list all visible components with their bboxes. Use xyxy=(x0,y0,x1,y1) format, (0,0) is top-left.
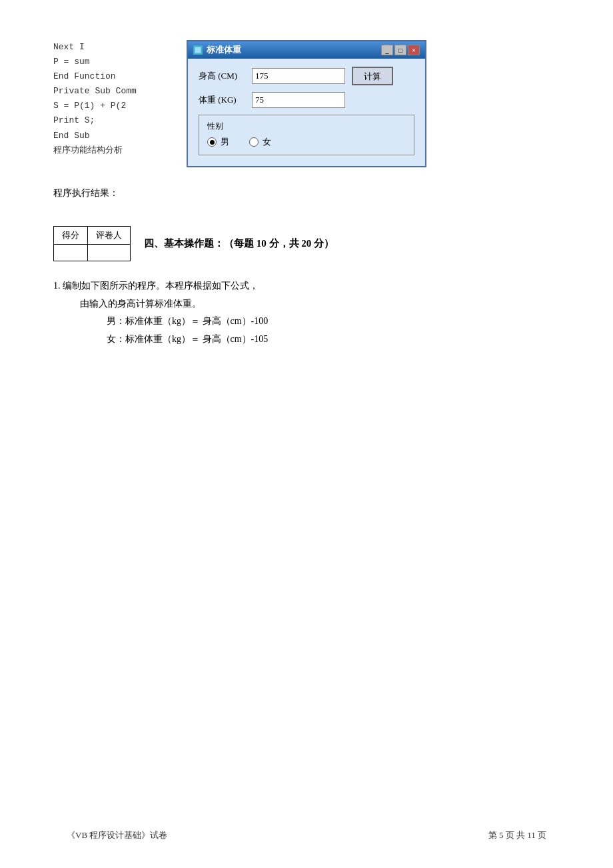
vb-body: 身高 (CM) 计算 体重 (KG) 性别 男 xyxy=(188,59,425,166)
score-table: 得分 评卷人 xyxy=(53,226,131,261)
gender-female-option[interactable]: 女 xyxy=(249,136,271,148)
section-header-row: 得分 评卷人 四、基本操作题：（每题 10 分，共 20 分） xyxy=(53,226,560,261)
male-label: 男 xyxy=(221,136,229,148)
weight-label: 体重 (KG) xyxy=(199,94,245,106)
reviewer-value xyxy=(88,245,131,261)
height-label: 身高 (CM) xyxy=(199,70,245,82)
code-block: Next I P = sum End Function Private Sub … xyxy=(53,40,187,158)
question-1-formula-female: 女：标准体重（kg）＝ 身高（cm）-105 xyxy=(53,331,560,349)
code-line-2: P = sum xyxy=(53,55,180,69)
maximize-button[interactable]: □ xyxy=(394,45,406,55)
close-button[interactable]: × xyxy=(408,45,420,55)
vb-controls: _ □ × xyxy=(381,45,420,55)
gender-legend: 性别 xyxy=(207,121,406,132)
vb-window: 标准体重 _ □ × 身高 (CM) 计算 体重 (KG) xyxy=(187,40,426,167)
question-1: 1. 编制如下图所示的程序。本程序根据如下公式， 由输入的身高计算标准体重。 男… xyxy=(53,277,560,348)
exec-result-label: 程序执行结果： xyxy=(53,188,119,198)
question-1-text: 编制如下图所示的程序。本程序根据如下公式， xyxy=(63,281,259,291)
score-header: 得分 xyxy=(54,227,88,245)
score-value xyxy=(54,245,88,261)
weight-row: 体重 (KG) xyxy=(199,92,414,108)
code-line-8: 程序功能结构分析 xyxy=(53,143,180,158)
page-footer: 《VB 程序设计基础》试卷 第 5 页 共 11 页 xyxy=(0,829,613,841)
footer-left: 《VB 程序设计基础》试卷 xyxy=(67,829,167,841)
weight-input[interactable] xyxy=(252,92,345,108)
gender-group: 性别 男 女 xyxy=(199,115,414,155)
question-1-formula-male: 男：标准体重（kg）＝ 身高（cm）-100 xyxy=(53,313,560,331)
height-row: 身高 (CM) 计算 xyxy=(199,67,414,85)
footer-right: 第 5 页 共 11 页 xyxy=(488,829,546,841)
exec-result: 程序执行结果： xyxy=(53,187,560,199)
vb-window-title: 标准体重 xyxy=(207,44,241,56)
code-line-7: End Sub xyxy=(53,129,180,143)
code-and-window: Next I P = sum End Function Private Sub … xyxy=(53,40,560,167)
vb-titlebar-left: 标准体重 xyxy=(193,44,241,56)
calc-button[interactable]: 计算 xyxy=(352,67,393,85)
male-radio[interactable] xyxy=(207,137,217,147)
minimize-button[interactable]: _ xyxy=(381,45,393,55)
code-line-1: Next I xyxy=(53,40,180,55)
gender-male-option[interactable]: 男 xyxy=(207,136,229,148)
gender-radio-row: 男 女 xyxy=(207,136,406,148)
female-radio[interactable] xyxy=(249,137,259,147)
question-1-num: 1. xyxy=(53,281,61,291)
code-line-3: End Function xyxy=(53,69,180,84)
question-1-indent1: 由输入的身高计算标准体重。 xyxy=(53,295,560,313)
svg-rect-1 xyxy=(195,47,201,53)
section-title: 四、基本操作题：（每题 10 分，共 20 分） xyxy=(144,237,334,250)
vb-title-icon xyxy=(193,45,203,55)
height-input[interactable] xyxy=(252,68,345,84)
reviewer-header: 评卷人 xyxy=(88,227,131,245)
female-label: 女 xyxy=(263,136,271,148)
page-content: Next I P = sum End Function Private Sub … xyxy=(0,0,613,401)
code-line-6: Print S; xyxy=(53,113,180,128)
code-line-5: S = P(1) + P(2 xyxy=(53,99,180,113)
vb-titlebar: 标准体重 _ □ × xyxy=(188,41,425,59)
code-line-4: Private Sub Comm xyxy=(53,84,180,99)
